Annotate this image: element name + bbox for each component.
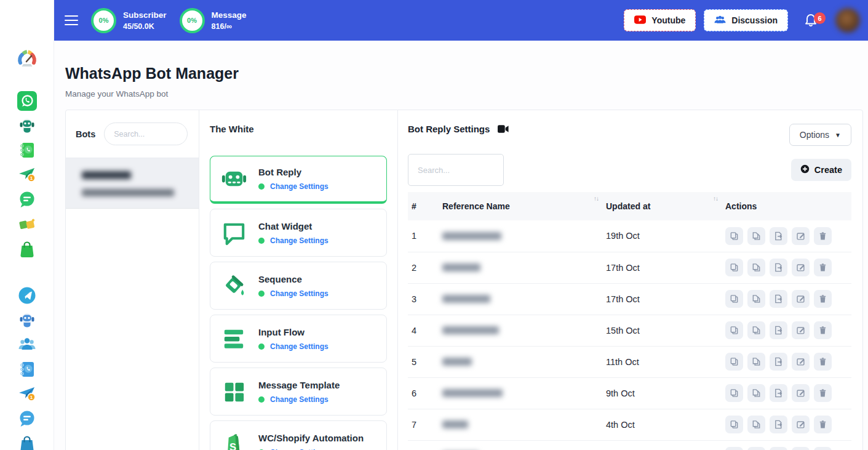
change-settings-link[interactable]: Change Settings: [270, 236, 328, 245]
delete-icon[interactable]: [814, 227, 832, 245]
reply-search-input[interactable]: [408, 154, 504, 186]
reference-name-redacted: [442, 263, 480, 271]
delete-icon[interactable]: [814, 290, 832, 308]
updated-at: 15th Oct: [602, 315, 722, 346]
change-settings-link[interactable]: Change Settings: [270, 448, 328, 450]
whatsapp-chat-icon[interactable]: [17, 190, 37, 209]
dashboard-gauge-icon[interactable]: [17, 49, 37, 68]
settings-card-sequence[interactable]: Sequence Change Settings: [210, 262, 387, 310]
duplicate-icon[interactable]: [747, 353, 765, 371]
notifications-bell[interactable]: 6: [803, 12, 818, 28]
whatsapp-bot-icon[interactable]: [17, 116, 37, 135]
settings-card-message-template[interactable]: Message Template Change Settings: [210, 368, 387, 416]
subscriber-stat: 0% Subscriber 45/50.0K: [91, 8, 167, 33]
change-settings-link[interactable]: Change Settings: [270, 395, 328, 404]
edit-icon[interactable]: [792, 290, 810, 308]
edit-icon[interactable]: [792, 384, 810, 402]
edit-icon[interactable]: [792, 227, 810, 245]
delete-icon[interactable]: [814, 259, 832, 276]
delete-icon[interactable]: [814, 384, 832, 402]
whatsapp-icon[interactable]: [17, 91, 37, 111]
duplicate-icon[interactable]: [747, 227, 765, 245]
duplicate-icon[interactable]: [747, 259, 765, 276]
create-button[interactable]: Create: [791, 159, 851, 181]
edit-icon[interactable]: [792, 353, 810, 371]
youtube-icon: [634, 15, 646, 26]
settings-card-input-flow[interactable]: Input Flow Change Settings: [210, 315, 387, 363]
duplicate-icon[interactable]: [747, 447, 765, 450]
duplicate-icon[interactable]: [747, 321, 765, 339]
export-icon[interactable]: [770, 353, 787, 371]
whatsapp-integration-icon[interactable]: [17, 214, 37, 234]
copy-icon[interactable]: [725, 321, 743, 339]
table-row[interactable]: 6 9th Oct: [408, 377, 851, 409]
telegram-bot-icon[interactable]: [17, 310, 37, 330]
bots-search-input[interactable]: [104, 123, 188, 145]
duplicate-icon[interactable]: [747, 290, 765, 308]
menu-icon[interactable]: [65, 15, 78, 25]
table-row[interactable]: 4 15th Oct: [408, 315, 851, 346]
delete-icon[interactable]: [814, 321, 832, 339]
video-camera-icon[interactable]: [498, 125, 509, 133]
col-header-reference-name[interactable]: Reference Name ↑↓: [439, 192, 602, 220]
duplicate-icon[interactable]: [747, 416, 765, 433]
table-row[interactable]: 5 11th Oct: [408, 346, 851, 377]
telegram-broadcast-icon[interactable]: 1: [17, 384, 37, 404]
delete-icon[interactable]: [814, 353, 832, 371]
export-icon[interactable]: [770, 384, 787, 402]
whatsapp-store-icon[interactable]: [17, 239, 37, 259]
duplicate-icon[interactable]: [747, 384, 765, 402]
change-settings-link[interactable]: Change Settings: [270, 342, 328, 351]
discussion-button[interactable]: Discussion: [704, 9, 788, 31]
settings-card-chat-widget[interactable]: Chat Widget Change Settings: [210, 209, 387, 257]
status-dot: [258, 344, 265, 350]
telegram-icon[interactable]: [17, 286, 37, 305]
delete-icon[interactable]: [814, 416, 832, 433]
edit-icon[interactable]: [792, 321, 810, 339]
col-header-updated-at[interactable]: Updated at ↑↓: [602, 192, 722, 220]
whatsapp-broadcast-icon[interactable]: 1: [17, 165, 37, 185]
change-settings-link[interactable]: Change Settings: [270, 182, 328, 191]
shopify-icon: S: [220, 430, 249, 450]
edit-icon[interactable]: [792, 447, 810, 450]
copy-icon[interactable]: [725, 353, 743, 371]
copy-icon[interactable]: [725, 447, 743, 450]
copy-icon[interactable]: [725, 384, 743, 402]
telegram-chat-icon[interactable]: [17, 409, 37, 428]
sort-icon[interactable]: ↑↓: [594, 195, 599, 202]
copy-icon[interactable]: [725, 259, 743, 276]
row-index: 4: [408, 315, 439, 346]
whatsapp-contacts-icon[interactable]: [17, 140, 37, 160]
edit-icon[interactable]: [792, 259, 810, 276]
telegram-contacts-icon[interactable]: [17, 360, 37, 379]
app-icon-rail: 1: [0, 0, 54, 450]
options-button[interactable]: Options ▼: [789, 124, 851, 146]
bot-list-item-selected[interactable]: [66, 158, 199, 209]
status-dot: [258, 238, 265, 244]
export-icon[interactable]: [770, 321, 787, 339]
change-settings-link[interactable]: Change Settings: [270, 289, 328, 298]
avatar[interactable]: [835, 8, 860, 33]
table-row[interactable]: 3 17th Oct: [408, 283, 851, 315]
youtube-button[interactable]: Youtube: [624, 9, 696, 31]
export-icon[interactable]: [770, 259, 787, 276]
copy-icon[interactable]: [725, 290, 743, 308]
settings-card-bot-reply[interactable]: Bot Reply Change Settings: [210, 156, 387, 204]
export-icon[interactable]: [770, 227, 787, 245]
table-row[interactable]: 2 17th Oct: [408, 252, 851, 283]
settings-card-wc-shopify[interactable]: S WC/Shopify Automation Change Settings: [210, 420, 387, 450]
copy-icon[interactable]: [725, 227, 743, 245]
telegram-store-icon[interactable]: [17, 433, 37, 450]
export-icon[interactable]: [770, 416, 787, 433]
delete-icon[interactable]: [814, 447, 832, 450]
table-row[interactable]: 7 4th Oct: [408, 409, 851, 440]
export-icon[interactable]: [770, 447, 787, 450]
page-title: WhatsApp Bot Manager: [65, 65, 868, 82]
table-row[interactable]: 1 19th Oct: [408, 220, 851, 252]
telegram-group-icon[interactable]: [17, 335, 37, 355]
edit-icon[interactable]: [792, 416, 810, 433]
export-icon[interactable]: [770, 290, 787, 308]
table-row-partial[interactable]: [408, 440, 851, 450]
sort-icon[interactable]: ↑↓: [713, 195, 718, 202]
copy-icon[interactable]: [725, 416, 743, 433]
